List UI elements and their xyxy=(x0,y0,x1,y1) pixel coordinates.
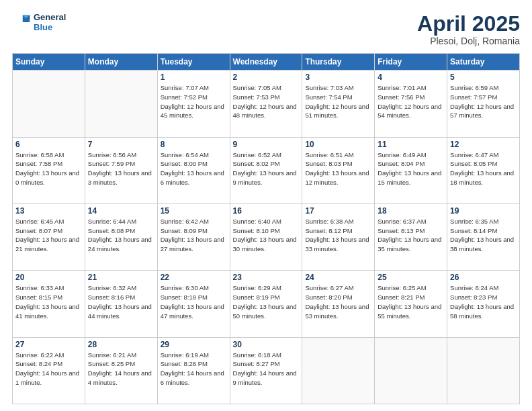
day-number: 11 xyxy=(378,140,444,149)
table-row: 8Sunrise: 6:54 AM Sunset: 8:00 PM Daylig… xyxy=(157,137,230,203)
table-row: 26Sunrise: 6:24 AM Sunset: 8:23 PM Dayli… xyxy=(447,271,520,337)
col-saturday: Saturday xyxy=(447,54,520,71)
table-row: 9Sunrise: 6:52 AM Sunset: 8:02 PM Daylig… xyxy=(230,137,302,203)
table-row: 11Sunrise: 6:49 AM Sunset: 8:04 PM Dayli… xyxy=(375,137,447,203)
table-row: 19Sunrise: 6:35 AM Sunset: 8:14 PM Dayli… xyxy=(447,203,520,270)
day-number: 1 xyxy=(161,73,227,82)
day-info: Sunrise: 6:22 AM Sunset: 8:24 PM Dayligh… xyxy=(15,351,82,387)
day-number: 17 xyxy=(305,206,371,216)
day-number: 16 xyxy=(233,206,300,216)
day-number: 20 xyxy=(15,273,82,282)
day-info: Sunrise: 6:21 AM Sunset: 8:25 PM Dayligh… xyxy=(88,351,154,387)
day-info: Sunrise: 6:37 AM Sunset: 8:13 PM Dayligh… xyxy=(378,217,444,254)
table-row: 16Sunrise: 6:40 AM Sunset: 8:10 PM Dayli… xyxy=(230,203,302,270)
day-info: Sunrise: 6:30 AM Sunset: 8:18 PM Dayligh… xyxy=(161,283,227,320)
day-info: Sunrise: 6:27 AM Sunset: 8:20 PM Dayligh… xyxy=(305,283,371,320)
day-info: Sunrise: 6:56 AM Sunset: 7:59 PM Dayligh… xyxy=(88,150,154,187)
table-row: 6Sunrise: 6:58 AM Sunset: 7:58 PM Daylig… xyxy=(13,137,85,203)
table-row: 14Sunrise: 6:44 AM Sunset: 8:08 PM Dayli… xyxy=(85,203,157,270)
table-row xyxy=(447,337,520,404)
day-number: 13 xyxy=(15,206,82,216)
table-row: 5Sunrise: 6:59 AM Sunset: 7:57 PM Daylig… xyxy=(447,71,520,137)
table-row xyxy=(85,71,157,137)
day-info: Sunrise: 6:33 AM Sunset: 8:15 PM Dayligh… xyxy=(15,283,82,320)
day-info: Sunrise: 6:38 AM Sunset: 8:12 PM Dayligh… xyxy=(305,217,371,254)
calendar-row: 27Sunrise: 6:22 AM Sunset: 8:24 PM Dayli… xyxy=(13,337,520,404)
day-info: Sunrise: 6:32 AM Sunset: 8:16 PM Dayligh… xyxy=(88,283,154,320)
table-row: 4Sunrise: 7:01 AM Sunset: 7:56 PM Daylig… xyxy=(375,71,447,137)
day-info: Sunrise: 7:01 AM Sunset: 7:56 PM Dayligh… xyxy=(378,83,444,120)
calendar-row: 20Sunrise: 6:33 AM Sunset: 8:15 PM Dayli… xyxy=(13,271,520,337)
day-info: Sunrise: 7:07 AM Sunset: 7:52 PM Dayligh… xyxy=(161,83,227,120)
day-number: 8 xyxy=(161,140,227,149)
calendar-row: 13Sunrise: 6:45 AM Sunset: 8:07 PM Dayli… xyxy=(13,203,520,270)
table-row: 25Sunrise: 6:25 AM Sunset: 8:21 PM Dayli… xyxy=(375,271,447,337)
table-row: 2Sunrise: 7:05 AM Sunset: 7:53 PM Daylig… xyxy=(230,71,302,137)
calendar-row: 6Sunrise: 6:58 AM Sunset: 7:58 PM Daylig… xyxy=(13,137,520,203)
table-row: 17Sunrise: 6:38 AM Sunset: 8:12 PM Dayli… xyxy=(302,203,375,270)
col-thursday: Thursday xyxy=(302,54,375,71)
day-info: Sunrise: 6:35 AM Sunset: 8:14 PM Dayligh… xyxy=(450,217,517,254)
logo-icon xyxy=(12,13,31,32)
logo-text: General Blue xyxy=(34,12,66,32)
day-info: Sunrise: 7:05 AM Sunset: 7:53 PM Dayligh… xyxy=(233,83,300,120)
table-row: 24Sunrise: 6:27 AM Sunset: 8:20 PM Dayli… xyxy=(302,271,375,337)
day-number: 25 xyxy=(378,273,444,282)
day-number: 4 xyxy=(378,73,444,82)
day-info: Sunrise: 6:40 AM Sunset: 8:10 PM Dayligh… xyxy=(233,217,300,254)
table-row: 20Sunrise: 6:33 AM Sunset: 8:15 PM Dayli… xyxy=(13,271,85,337)
table-row xyxy=(13,71,85,137)
col-monday: Monday xyxy=(85,54,157,71)
table-row xyxy=(375,337,447,404)
table-row: 7Sunrise: 6:56 AM Sunset: 7:59 PM Daylig… xyxy=(85,137,157,203)
day-number: 23 xyxy=(233,273,300,282)
day-info: Sunrise: 7:03 AM Sunset: 7:54 PM Dayligh… xyxy=(305,83,371,120)
day-number: 15 xyxy=(161,206,227,216)
table-row: 30Sunrise: 6:18 AM Sunset: 8:27 PM Dayli… xyxy=(230,337,302,404)
table-row: 29Sunrise: 6:19 AM Sunset: 8:26 PM Dayli… xyxy=(157,337,230,404)
day-number: 10 xyxy=(305,140,371,149)
day-number: 5 xyxy=(450,73,517,82)
day-number: 9 xyxy=(233,140,300,149)
day-number: 21 xyxy=(88,273,154,282)
day-info: Sunrise: 6:45 AM Sunset: 8:07 PM Dayligh… xyxy=(15,217,82,254)
day-info: Sunrise: 6:19 AM Sunset: 8:26 PM Dayligh… xyxy=(161,351,227,387)
day-number: 14 xyxy=(88,206,154,216)
table-row: 15Sunrise: 6:42 AM Sunset: 8:09 PM Dayli… xyxy=(157,203,230,270)
main-title: April 2025 xyxy=(417,12,520,36)
day-number: 6 xyxy=(15,140,82,149)
table-row: 1Sunrise: 7:07 AM Sunset: 7:52 PM Daylig… xyxy=(157,71,230,137)
day-info: Sunrise: 6:25 AM Sunset: 8:21 PM Dayligh… xyxy=(378,283,444,320)
calendar: Sunday Monday Tuesday Wednesday Thursday… xyxy=(12,53,520,404)
day-info: Sunrise: 6:18 AM Sunset: 8:27 PM Dayligh… xyxy=(233,351,300,387)
calendar-row: 1Sunrise: 7:07 AM Sunset: 7:52 PM Daylig… xyxy=(13,71,520,137)
col-wednesday: Wednesday xyxy=(230,54,302,71)
table-row: 12Sunrise: 6:47 AM Sunset: 8:05 PM Dayli… xyxy=(447,137,520,203)
col-friday: Friday xyxy=(375,54,447,71)
day-number: 30 xyxy=(233,340,300,349)
table-row: 23Sunrise: 6:29 AM Sunset: 8:19 PM Dayli… xyxy=(230,271,302,337)
day-info: Sunrise: 6:24 AM Sunset: 8:23 PM Dayligh… xyxy=(450,283,517,320)
day-number: 18 xyxy=(378,206,444,216)
day-number: 12 xyxy=(450,140,517,149)
day-number: 24 xyxy=(305,273,371,282)
table-row: 3Sunrise: 7:03 AM Sunset: 7:54 PM Daylig… xyxy=(302,71,375,137)
table-row: 21Sunrise: 6:32 AM Sunset: 8:16 PM Dayli… xyxy=(85,271,157,337)
day-info: Sunrise: 6:52 AM Sunset: 8:02 PM Dayligh… xyxy=(233,150,300,187)
col-sunday: Sunday xyxy=(13,54,85,71)
day-info: Sunrise: 6:54 AM Sunset: 8:00 PM Dayligh… xyxy=(161,150,227,187)
day-info: Sunrise: 6:51 AM Sunset: 8:03 PM Dayligh… xyxy=(305,150,371,187)
day-number: 26 xyxy=(450,273,517,282)
header: General Blue April 2025 Plesoi, Dolj, Ro… xyxy=(12,12,520,46)
title-block: April 2025 Plesoi, Dolj, Romania xyxy=(417,12,520,46)
day-number: 22 xyxy=(161,273,227,282)
col-tuesday: Tuesday xyxy=(157,54,230,71)
logo: General Blue xyxy=(12,12,66,32)
day-number: 28 xyxy=(88,340,154,349)
page: General Blue April 2025 Plesoi, Dolj, Ro… xyxy=(0,0,532,411)
day-info: Sunrise: 6:29 AM Sunset: 8:19 PM Dayligh… xyxy=(233,283,300,320)
day-number: 3 xyxy=(305,73,371,82)
day-info: Sunrise: 6:59 AM Sunset: 7:57 PM Dayligh… xyxy=(450,83,517,120)
day-info: Sunrise: 6:49 AM Sunset: 8:04 PM Dayligh… xyxy=(378,150,444,187)
day-number: 7 xyxy=(88,140,154,149)
